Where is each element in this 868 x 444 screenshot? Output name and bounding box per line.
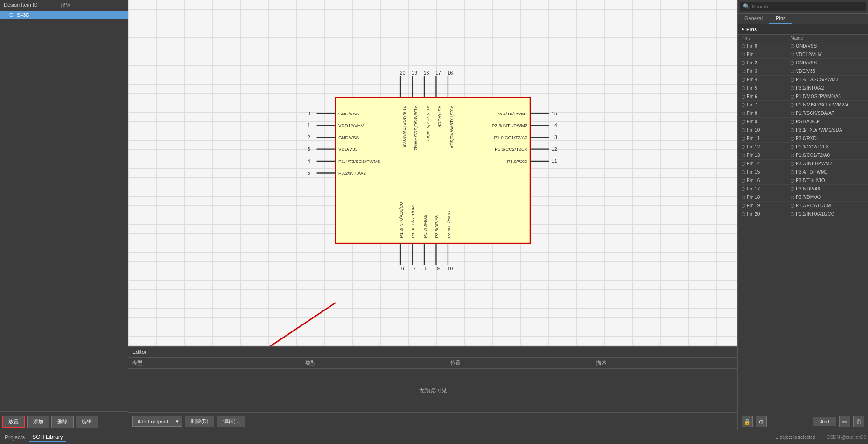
pin-cell-pin: Pin 17 — [742, 186, 791, 191]
pin-cell-name: RST/A3/CP — [791, 119, 864, 124]
pin-cell-pin: Pin 5 — [742, 85, 791, 91]
pin-row[interactable]: Pin 10 P3.1/TXD/PWM1/SDA — [738, 126, 868, 134]
tab-pins[interactable]: Pins — [769, 14, 792, 24]
pin-cell-pin: Pin 9 — [742, 119, 791, 124]
pin-name-dot — [791, 78, 794, 82]
svg-text:6: 6 — [401, 266, 404, 271]
search-input[interactable] — [752, 4, 863, 9]
pin-name-dot — [791, 196, 794, 199]
svg-text:10: 10 — [448, 266, 453, 271]
pin-dot — [742, 95, 745, 99]
pin-cell-name: P1.7/SCK/SDA/A7 — [791, 111, 864, 116]
svg-text:14: 14 — [552, 123, 557, 128]
edit-footprint-button[interactable]: 编辑(... — [217, 416, 245, 427]
pin-row[interactable]: Pin 2 GND/VSS — [738, 59, 868, 67]
pin-cell-pin: Pin 20 — [742, 211, 791, 217]
pin-cell-name: P3.6/DP/A8 — [791, 186, 864, 191]
svg-text:2: 2 — [308, 135, 310, 140]
pin-name-dot — [791, 95, 794, 99]
component-list: CHS43D — [0, 11, 128, 411]
pin-row[interactable]: Pin 11 P3.0/RXD — [738, 134, 868, 143]
pin-dot — [742, 78, 745, 82]
pin-cell-pin: Pin 12 — [742, 144, 791, 149]
status-tab-sch-library[interactable]: SCH Library — [29, 433, 65, 442]
right-panel-search: 🔍 — [738, 0, 868, 14]
pin-cell-name: P1.5/MOSI/PWM0/A5 — [791, 94, 864, 99]
pin-name-dot — [791, 44, 794, 48]
svg-text:P3.2/INT0/A2: P3.2/INT0/A2 — [338, 170, 366, 176]
editor-toolbar: Add Footprint ▾ 删除(D) 编辑(... — [128, 412, 737, 430]
pin-name-dot — [791, 112, 794, 115]
pin-row[interactable]: Pin 16 P3.5/T1/HVIO — [738, 176, 868, 185]
svg-text:VDD/V33: VDD/V33 — [338, 147, 358, 152]
pin-row[interactable]: Pin 9 RST/A3/CP — [738, 118, 868, 126]
status-text: 1 object is selected — [776, 435, 815, 440]
place-button[interactable]: 放置 — [2, 416, 25, 428]
pin-row[interactable]: Pin 17 P3.6/DP/A8 — [738, 185, 868, 193]
list-item-chs43d[interactable]: CHS43D — [0, 11, 128, 19]
pins-section-header: ▸ Pins — [738, 24, 868, 35]
pin-row[interactable]: Pin 0 GND/VSS — [738, 42, 868, 50]
pin-cell-name: P3.7/DM/A9 — [791, 195, 864, 200]
pin-dot — [742, 44, 745, 48]
pin-dot — [742, 187, 745, 191]
svg-text:7: 7 — [413, 266, 416, 271]
pin-row[interactable]: Pin 1 VDD12/VHV — [738, 50, 868, 59]
pin-row[interactable]: Pin 18 P3.7/DM/A9 — [738, 193, 868, 202]
settings-button[interactable]: ⚙ — [756, 416, 767, 427]
lock-button[interactable]: 🔒 — [742, 416, 753, 427]
pin-name-dot — [791, 187, 794, 191]
svg-text:18: 18 — [424, 70, 429, 76]
pin-row[interactable]: Pin 4 P1.4/T2/SCS/PWM3 — [738, 76, 868, 84]
pin-row[interactable]: Pin 5 P3.2/INT0/A2 — [738, 84, 868, 92]
svg-text:P3.5/T1/HVIO: P3.5/T1/HVIO — [447, 211, 451, 238]
pin-name-dot — [791, 120, 794, 124]
pin-name-dot — [791, 128, 794, 132]
add-button[interactable]: 添加 — [27, 416, 49, 428]
delete-footprint-button[interactable]: 删除(D) — [185, 416, 214, 427]
left-panel-header: Design Item ID 描述 — [0, 0, 128, 11]
pin-cell-pin: Pin 16 — [742, 178, 791, 183]
pin-cell-name: P1.0/CC1/T2/A0 — [791, 153, 864, 158]
pin-cell-pin: Pin 7 — [742, 102, 791, 107]
pin-name-dot — [791, 170, 794, 174]
add-footprint-group: Add Footprint ▾ — [132, 416, 182, 427]
pin-cell-name: VDD12/VHV — [791, 52, 864, 57]
status-tab-projects[interactable]: Projects — [2, 433, 28, 442]
pin-row[interactable]: Pin 8 P1.7/SCK/SDA/A7 — [738, 109, 868, 118]
pin-cell-name: P1.1/CC2/T2EX — [791, 144, 864, 149]
tab-general[interactable]: General — [738, 14, 769, 24]
delete-button[interactable]: 删除 — [51, 416, 74, 428]
pin-row[interactable]: Pin 6 P1.5/MOSI/PWM0/A5 — [738, 92, 868, 101]
add-footprint-arrow[interactable]: ▾ — [173, 416, 182, 427]
pin-row[interactable]: Pin 13 P1.0/CC1/T2/A0 — [738, 151, 868, 160]
search-icon: 🔍 — [743, 3, 750, 10]
edit-right-button[interactable]: ✏ — [839, 416, 850, 427]
pin-cell-pin: Pin 2 — [742, 60, 791, 65]
pin-name-dot — [791, 154, 794, 157]
edit-button[interactable]: 编辑 — [76, 416, 98, 428]
pin-row[interactable]: Pin 20 P1.2/INT0/A10/CO — [738, 210, 868, 218]
pin-row[interactable]: Pin 12 P1.1/CC2/T2EX — [738, 143, 868, 151]
delete-right-button[interactable]: 🗑 — [853, 416, 864, 427]
col-description: 描述 — [592, 359, 737, 367]
pin-row[interactable]: Pin 3 VDD/V33 — [738, 67, 868, 76]
pin-cell-pin: Pin 1 — [742, 52, 791, 57]
pin-row[interactable]: Pin 7 P1.6/MISO/SCL/PWM2/A — [738, 101, 868, 109]
pin-name-dot — [791, 61, 794, 65]
search-box[interactable]: 🔍 — [740, 2, 866, 11]
svg-text:P1.7/SCK/SDA/A7: P1.7/SCK/SDA/A7 — [426, 106, 430, 141]
add-footprint-button[interactable]: Add Footprint — [132, 416, 173, 427]
pin-row[interactable]: Pin 15 P3.4/T0/PWM1 — [738, 168, 868, 176]
pin-cell-name: P1.6/MISO/SCL/PWM2/A — [791, 102, 864, 107]
add-right-button[interactable]: Add — [813, 417, 836, 426]
pin-cell-name: VDD/V33 — [791, 69, 864, 74]
svg-text:P1.4/T2/SCS/PWM3: P1.4/T2/SCS/PWM3 — [338, 159, 380, 164]
pin-row[interactable]: Pin 14 P3.3/INT1/PWM2 — [738, 160, 868, 168]
canvas-area[interactable]: 20 19 18 17 16 0 1 2 — [128, 0, 737, 346]
pin-row[interactable]: Pin 19 P1.3/FB/A11/CM — [738, 202, 868, 210]
pin-cell-name: P3.5/T1/HVIO — [791, 178, 864, 183]
svg-text:P1.0/CC1/T2/A0: P1.0/CC1/T2/A0 — [494, 135, 528, 140]
schematic-svg: 20 19 18 17 16 0 1 2 — [128, 0, 737, 346]
pin-cell-name: P3.3/INT1/PWM2 — [791, 161, 864, 166]
